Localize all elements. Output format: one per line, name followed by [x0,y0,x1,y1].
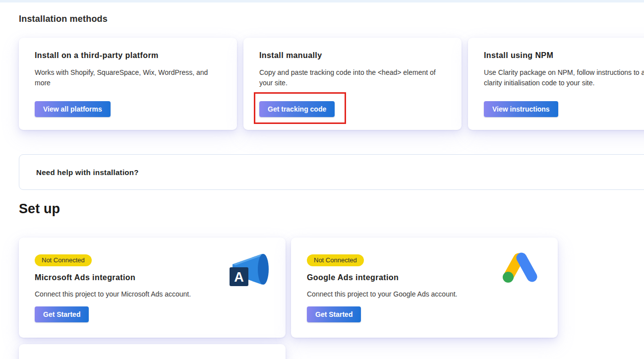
need-help-title: Need help with installation? [36,168,139,177]
card-install-manually: Install manually Copy and paste tracking… [243,38,462,130]
card-partially-visible [19,344,286,359]
card-third-party-platform: Install on a third-party platform Works … [19,38,237,130]
get-tracking-code-button[interactable]: Get tracking code [259,101,335,117]
status-badge: Not Connected [35,254,92,266]
microsoft-ads-get-started-button[interactable]: Get Started [35,306,89,322]
setup-cards-row: Not Connected Microsoft Ads integration … [19,238,558,338]
card-title: Install on a third-party platform [35,51,221,60]
card-google-ads-integration: Not Connected Google Ads integration Con… [291,238,558,338]
top-header-strip [0,0,644,2]
microsoft-ads-logo-icon: A [226,250,273,291]
view-all-platforms-button[interactable]: View all platforms [35,101,111,117]
card-title: Install using NPM [484,51,644,60]
card-description: Copy and paste tracking code into the <h… [259,67,448,88]
google-ads-get-started-button[interactable]: Get Started [307,306,361,322]
installation-methods-heading: Installation methods [19,14,108,24]
card-title: Install manually [259,51,446,60]
card-microsoft-ads-integration: Not Connected Microsoft Ads integration … [19,238,286,338]
svg-text:A: A [234,270,244,285]
card-description: Works with Shopify, SquareSpace, Wix, Wo… [35,67,223,88]
google-ads-logo-icon [501,251,540,290]
view-instructions-button[interactable]: View instructions [484,101,558,117]
card-install-npm: Install using NPM Use Clarity package on… [468,38,644,130]
need-help-banner[interactable]: Need help with installation? [19,154,644,190]
installation-cards-row: Install on a third-party platform Works … [19,38,644,130]
setup-heading: Set up [19,201,60,217]
card-description: Use Clarity package on NPM, follow instr… [484,67,644,88]
status-badge: Not Connected [307,254,364,266]
card-description: Connect this project to your Google Ads … [307,289,542,299]
